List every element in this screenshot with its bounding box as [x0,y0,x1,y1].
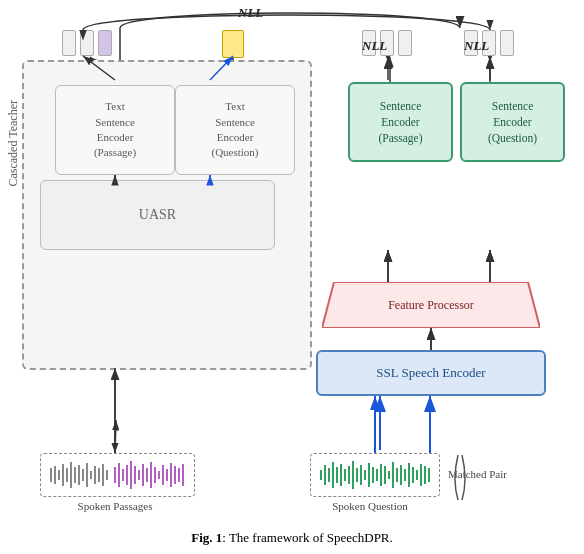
svg-rect-60 [348,466,350,484]
svg-rect-70 [388,471,390,479]
svg-rect-69 [384,466,386,484]
svg-rect-61 [352,461,354,489]
se-passage-label: Sentence Encoder (Passage) [378,98,422,146]
svg-rect-36 [118,463,120,487]
svg-rect-65 [368,463,370,487]
svg-rect-35 [114,467,116,483]
caption-bold: Fig. 1 [191,530,222,545]
tse-passage-label: Text Sentence Encoder (Passage) [94,99,136,161]
svg-rect-64 [364,470,366,480]
svg-rect-20 [50,468,52,482]
tse-passage-box: Text Sentence Encoder (Passage) [55,85,175,175]
tse-question-box: Text Sentence Encoder (Question) [175,85,295,175]
svg-rect-77 [416,470,418,480]
brace-connector [450,450,470,505]
se-question-label: Sentence Encoder (Question) [488,98,537,146]
svg-rect-72 [396,468,398,482]
token-se-q-3 [500,30,514,56]
svg-rect-57 [336,467,338,483]
svg-rect-53 [320,470,322,480]
ssl-encoder-box: SSL Speech Encoder [316,350,546,396]
svg-rect-44 [150,462,152,488]
svg-rect-38 [126,465,128,485]
svg-rect-23 [62,464,64,486]
waveform-question-label: Spoken Question [305,500,435,512]
svg-rect-79 [424,466,426,484]
caption: Fig. 1: The framework of SpeechDPR. [191,530,393,546]
svg-rect-51 [178,468,180,482]
svg-rect-21 [54,466,56,484]
token-3-purple [98,30,112,56]
svg-rect-27 [78,465,80,485]
caption-text: : The framework of SpeechDPR. [222,530,393,545]
svg-rect-31 [94,466,96,484]
svg-rect-39 [130,461,132,489]
svg-rect-59 [344,469,346,481]
svg-rect-76 [412,467,414,483]
waveform-passage-label: Spoken Passages [55,500,175,512]
se-question-box: Sentence Encoder (Question) [460,82,565,162]
nll-label-top: NLL [238,5,263,21]
svg-rect-73 [400,465,402,485]
svg-rect-52 [182,464,184,486]
svg-rect-25 [70,462,72,488]
svg-rect-30 [90,471,92,479]
token-se-p-3 [398,30,412,56]
uasr-label: UASR [139,207,176,223]
svg-rect-80 [428,468,430,482]
token-yellow [222,30,244,58]
svg-rect-78 [420,464,422,486]
svg-rect-40 [134,466,136,484]
svg-rect-67 [376,469,378,481]
svg-rect-54 [324,465,326,485]
waveform-passage [40,453,195,497]
svg-rect-56 [332,462,334,488]
tse-question-label: Text Sentence Encoder (Question) [211,99,258,161]
svg-rect-33 [102,464,104,486]
feature-processor-label: Feature Processor [388,298,474,313]
svg-rect-66 [372,467,374,483]
svg-rect-50 [174,466,176,484]
svg-rect-58 [340,464,342,486]
svg-rect-74 [404,469,406,481]
svg-rect-62 [356,468,358,482]
feature-processor-box: Feature Processor [322,282,540,328]
ssl-encoder-label: SSL Speech Encoder [376,365,485,381]
svg-rect-42 [142,464,144,486]
se-passage-box: Sentence Encoder (Passage) [348,82,453,162]
svg-rect-68 [380,464,382,486]
diagram: Cascaded Teacher UASR Text Sentence Enco… [0,0,584,554]
svg-rect-41 [138,470,140,480]
svg-rect-22 [58,470,60,480]
nll-label-middle: NLL [362,38,387,54]
svg-rect-43 [146,468,148,482]
svg-rect-55 [328,468,330,482]
svg-rect-34 [106,470,108,480]
svg-rect-37 [122,469,124,481]
token-1 [62,30,76,56]
svg-rect-26 [74,467,76,483]
svg-rect-49 [170,463,172,487]
svg-rect-24 [66,468,68,482]
svg-rect-28 [82,469,84,481]
uasr-box: UASR [40,180,275,250]
cascaded-teacher-label: Cascaded Teacher [6,100,21,187]
waveform-question [310,453,440,497]
svg-rect-75 [408,463,410,487]
nll-label-right: NLL [464,38,489,54]
svg-rect-63 [360,465,362,485]
svg-rect-32 [98,468,100,482]
svg-rect-29 [86,463,88,487]
svg-line-93 [115,420,116,453]
svg-rect-48 [166,469,168,481]
svg-rect-46 [158,471,160,479]
svg-rect-71 [392,462,394,488]
token-2 [80,30,94,56]
svg-rect-47 [162,465,164,485]
svg-rect-45 [154,467,156,483]
